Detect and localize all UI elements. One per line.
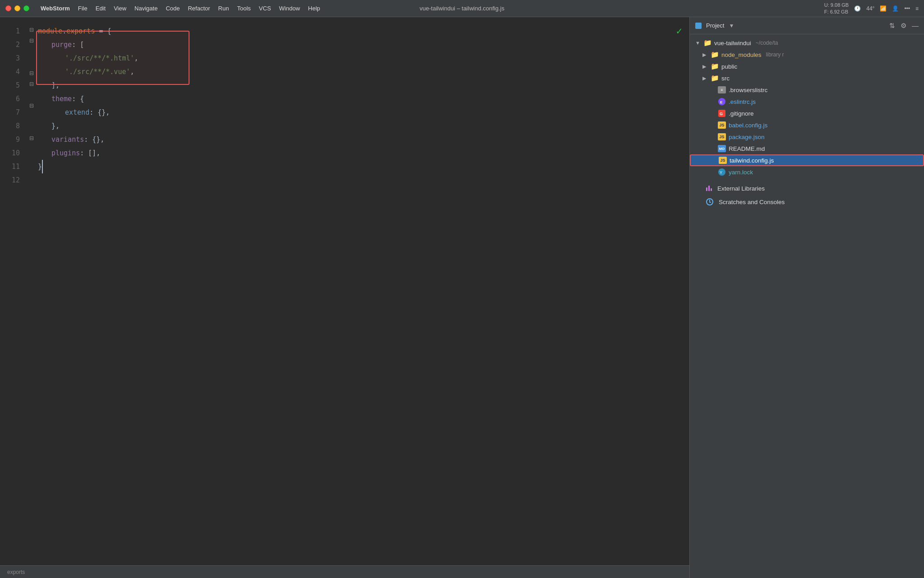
sidebar-header: Project ▼ ⇅ ⚙ — [690,17,924,34]
package-json-file[interactable]: JS package.json [690,131,924,143]
menu-refactor[interactable]: Refactor [184,0,214,17]
public-name: public [721,63,737,70]
fold-11[interactable]: ⊟ [27,133,36,144]
sidebar-title: Project [706,22,724,29]
tailwind-config-file[interactable]: JS tailwind.config.js [690,154,924,166]
main-layout: 1 2 3 4 5 6 7 8 9 10 11 12 ⊟ ⊟ ⊟ ⊟ [0,17,924,578]
eslintrc-file[interactable]: E .eslintrc.js [690,96,924,107]
code-line-10: plugins: [], [36,146,689,160]
js-icon-babel: JS [718,121,726,129]
fold-1[interactable]: ⊟ [27,24,36,35]
line-num-10: 10 [0,146,20,160]
gitignore-file[interactable]: G .gitignore [690,107,924,119]
fold-6[interactable]: ⊟ [27,79,36,89]
temperature: 44° [866,5,874,12]
status-bar: exports [0,565,689,578]
readme-file[interactable]: MD README.md [690,143,924,154]
more-icon[interactable]: ••• [904,5,910,12]
gutter: ⊟ ⊟ ⊟ ⊟ ⊟ ⊟ [27,17,36,565]
dropdown-arrow[interactable]: ▼ [729,23,734,29]
code-body[interactable]: ✓ module.exports = { purge: [ './src/**/… [36,17,689,565]
project-icon [695,23,702,29]
line-num-3: 3 [0,51,20,65]
minimize-button[interactable] [14,5,20,11]
code-line-5: ], [36,79,689,92]
project-root[interactable]: 📁 vue-tailwindui ~/code/ta [690,37,924,49]
sidebar-sort-icon[interactable]: ⇅ [889,22,895,30]
maximize-button[interactable] [23,5,29,11]
browserslistrc-name: .browserslistrc [729,87,767,93]
external-libraries-label: External Libraries [717,185,765,192]
code-line-12 [36,173,689,187]
system-info: U: 9.08 GB F: 6.92 GB 🕐 44° 📶 👤 ••• ≡ [824,2,919,15]
syntax-ok-checkmark: ✓ [676,24,682,38]
menu-file[interactable]: File [74,0,92,17]
line-numbers: 1 2 3 4 5 6 7 8 9 10 11 12 [0,17,27,565]
memory-info: U: 9.08 GB F: 6.92 GB [824,2,849,15]
fold-2[interactable]: ⊟ [27,35,36,46]
scratches-consoles-item[interactable]: Scratches and Consoles [690,195,924,209]
clock-icon-sys: 🕐 [854,5,861,12]
git-icon: G [718,110,726,117]
code-line-8: }, [36,119,689,133]
svg-text:G: G [720,112,723,116]
folder-icon-public: 📁 [711,63,719,70]
code-line-11: }| [36,160,689,173]
fold-5[interactable]: ⊟ [27,68,36,79]
breadcrumb-exports: exports [7,569,25,575]
line-num-12: 12 [0,173,20,187]
window-title: vue-tailwindui – tailwind.config.js [420,5,504,12]
menu-vcs[interactable]: VCS [255,0,275,17]
node-modules-folder[interactable]: 📁 node_modules library r [690,49,924,61]
sidebar-content: 📁 vue-tailwindui ~/code/ta 📁 node_module… [690,34,924,578]
chevron-root [695,40,702,46]
line-num-6: 6 [0,92,20,106]
chevron-public [702,64,709,70]
menu-webstorm[interactable]: WebStorm [37,0,74,17]
fold-4 [27,57,36,68]
yarn-lock-name: yarn.lock [729,169,753,176]
code-line-7: extend: {}, [36,106,689,119]
sidebar-close-icon[interactable]: — [912,22,919,30]
sidebar-settings-icon[interactable]: ⚙ [901,22,906,30]
list-icon[interactable]: ≡ [915,5,919,12]
folder-icon-node-modules: 📁 [711,51,719,58]
external-libraries-item[interactable]: External Libraries [690,182,924,195]
editor-area: 1 2 3 4 5 6 7 8 9 10 11 12 ⊟ ⊟ ⊟ ⊟ [0,17,689,578]
menu-edit[interactable]: Edit [92,0,110,17]
fold-12 [27,144,36,154]
sidebar-actions: ⇅ ⚙ — [889,22,919,30]
fold-8[interactable]: ⊟ [27,100,36,111]
menu-window[interactable]: Window [275,0,304,17]
menubar: WebStorm File Edit View Navigate Code Re… [37,0,324,17]
yarn-lock-file[interactable]: Y yarn.lock [690,166,924,178]
close-button[interactable] [5,5,11,11]
tailwind-name: tailwind.config.js [730,157,774,164]
menu-view[interactable]: View [110,0,130,17]
line-num-9: 9 [0,133,20,146]
line-num-5: 5 [0,79,20,92]
src-folder[interactable]: 📁 src [690,72,924,84]
line-num-8: 8 [0,119,20,133]
sidebar: Project ▼ ⇅ ⚙ — 📁 vue-tailwindui ~/code/… [689,17,924,578]
svg-text:Y: Y [720,170,722,175]
config-icon-browserslistrc: ≡ [718,86,726,93]
wifi-icon: 📶 [880,5,887,12]
fold-7 [27,89,36,100]
babel-config-file[interactable]: JS babel.config.js [690,119,924,131]
src-name: src [721,75,730,82]
chevron-node-modules [702,52,709,58]
code-line-9: variants: {}, [36,133,689,146]
menu-help[interactable]: Help [304,0,324,17]
browserslistrc-file[interactable]: ≡ .browserslistrc [690,84,924,96]
babel-name: babel.config.js [729,122,767,129]
node-modules-name: node_modules [721,51,762,58]
menu-tools[interactable]: Tools [233,0,254,17]
traffic-lights[interactable] [5,5,29,11]
scratches-icon [706,198,713,205]
menu-navigate[interactable]: Navigate [130,0,162,17]
public-folder[interactable]: 📁 public [690,61,924,72]
menu-run[interactable]: Run [214,0,233,17]
menu-code[interactable]: Code [162,0,184,17]
code-line-2: purge: [ [36,38,689,51]
